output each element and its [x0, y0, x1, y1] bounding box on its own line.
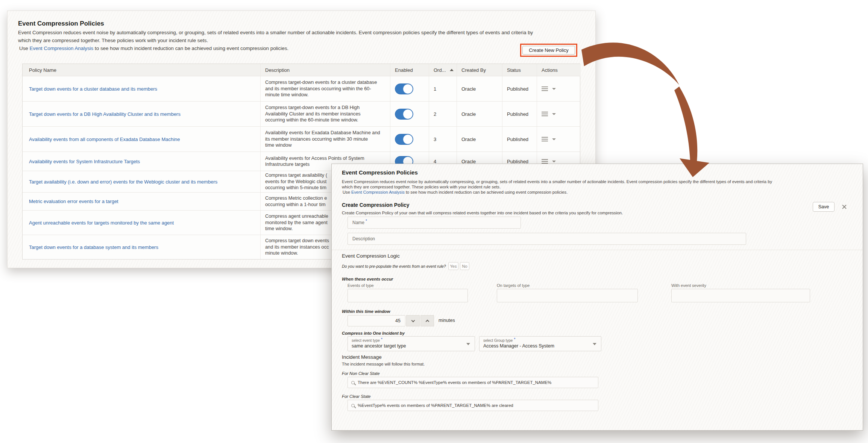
col-description[interactable]: Description: [260, 64, 390, 76]
dialog-description-line1: Event Compression reduces event noise by…: [342, 179, 772, 184]
chevron-down-icon: [552, 161, 556, 162]
col-actions: Actions: [537, 64, 581, 76]
form-title: Create Compression Policy: [342, 202, 409, 208]
event-compression-analysis-link[interactable]: Event Compression Analysis: [30, 46, 94, 51]
time-window-input[interactable]: 45: [348, 315, 405, 326]
order-value: 3: [429, 127, 457, 152]
create-policy-dialog: Event Compression Policies Event Compres…: [331, 164, 863, 431]
enabled-toggle[interactable]: [395, 109, 413, 120]
non-clear-state-label: For Non Clear State: [342, 371, 379, 376]
clear-message-input[interactable]: %EventType% events on members of %PARENT…: [348, 400, 598, 411]
clear-message-value: %EventType% events on members of %PARENT…: [358, 403, 513, 408]
table-row: Availability events from all components …: [23, 126, 580, 152]
time-window-label: Within this time window: [342, 309, 390, 314]
created-by-value: Oracle: [457, 127, 502, 152]
analysis-line: Use Event Compression Analysis to see ho…: [19, 46, 288, 51]
decrement-stepper[interactable]: [406, 315, 420, 326]
on-targets-of-type-input[interactable]: [497, 289, 638, 302]
enabled-toggle[interactable]: [395, 134, 413, 145]
enabled-toggle[interactable]: [395, 83, 413, 94]
incident-message-subtitle: The incident message will follow this fo…: [342, 362, 425, 366]
sort-ascending-icon[interactable]: [450, 69, 454, 71]
close-icon[interactable]: [842, 204, 847, 209]
no-button[interactable]: No: [460, 262, 469, 270]
actions-menu-icon[interactable]: [542, 112, 556, 116]
required-asterisk: *: [514, 337, 515, 341]
incident-message-title: Incident Message: [342, 354, 382, 360]
policy-description: Compress target-down events for a cluste…: [260, 76, 390, 101]
policy-link[interactable]: Metric evaluation error events for a tar…: [29, 199, 118, 204]
use-prefix: Use: [19, 46, 28, 51]
chevron-down-icon: [593, 343, 596, 345]
chevron-down-icon: [466, 343, 470, 345]
form-subtitle: Create Compression Policy of your own th…: [342, 211, 623, 215]
minutes-label: minutes: [439, 318, 455, 323]
policy-link[interactable]: Availability events for System Infrastru…: [29, 159, 140, 164]
non-clear-message-value: There are %EVENT_COUNT% %EventType% even…: [358, 380, 551, 385]
when-events-label: When these events occur: [342, 277, 393, 281]
page-description-line2: which they are compressed together. Thes…: [18, 38, 208, 43]
order-value: 1: [429, 76, 457, 101]
create-new-policy-button[interactable]: Create New Policy: [522, 46, 575, 55]
table-header-row: Policy Name Description Enabled Ord... C…: [23, 64, 580, 76]
clear-state-label: For Clear State: [342, 394, 371, 399]
yes-button[interactable]: Yes: [448, 262, 458, 270]
non-clear-message-input[interactable]: There are %EVENT_COUNT% %EventType% even…: [348, 377, 598, 388]
required-asterisk: *: [381, 337, 382, 341]
with-event-severity-label: With event severity: [671, 283, 706, 288]
on-targets-of-type-label: On targets of type: [497, 283, 530, 288]
table-row: Target down events for a DB High Availab…: [23, 101, 580, 126]
with-event-severity-input[interactable]: [671, 289, 810, 302]
use-suffix: to see how much incident reduction can b…: [95, 46, 288, 51]
chevron-down-icon: [411, 319, 415, 322]
highlight-box: Create New Policy: [520, 44, 577, 57]
page-title: Event Compression Policies: [18, 20, 104, 27]
search-icon: [351, 404, 355, 407]
table-row: Target down events for a cluster databas…: [23, 76, 580, 101]
policy-link[interactable]: Availability events from all components …: [29, 137, 180, 142]
policy-description: Availability events for Exadata Database…: [260, 127, 390, 152]
policy-link[interactable]: Target down events for a DB High Availab…: [29, 111, 181, 117]
page-description-line1: Event Compression reduces event noise by…: [18, 30, 533, 35]
divider: [332, 250, 863, 250]
increment-stepper[interactable]: [420, 315, 434, 326]
chevron-down-icon: [552, 113, 556, 115]
policy-link[interactable]: Agent unreachable events for targets mon…: [29, 220, 174, 226]
col-status[interactable]: Status: [502, 64, 537, 76]
status-value: Published: [502, 76, 537, 101]
actions-menu-icon[interactable]: [542, 137, 556, 141]
created-by-value: Oracle: [457, 102, 502, 126]
policy-link[interactable]: Target availability (i.e. down and error…: [29, 179, 217, 185]
toggle-knob: [403, 84, 413, 94]
toggle-knob: [403, 109, 413, 119]
search-icon: [351, 381, 355, 384]
actions-menu-icon[interactable]: [542, 159, 556, 164]
group-type-select[interactable]: select Group type* Access Manager - Acce…: [479, 336, 601, 351]
event-compression-analysis-link[interactable]: Event Compression Analysis: [351, 190, 405, 194]
chevron-down-icon: [552, 138, 556, 140]
policy-link[interactable]: Target down events for a database system…: [29, 244, 158, 250]
status-value: Published: [502, 102, 537, 126]
col-enabled[interactable]: Enabled: [390, 64, 429, 76]
event-type-value: same ancestor target type: [352, 343, 406, 349]
time-window-value: 45: [395, 318, 401, 323]
col-policy-name[interactable]: Policy Name: [23, 64, 260, 76]
dialog-analysis-line: Use Event Compression Analysis to see ho…: [343, 190, 568, 194]
status-value: Published: [502, 127, 537, 152]
required-asterisk: *: [366, 219, 367, 223]
col-order[interactable]: Ord...: [429, 64, 457, 76]
save-button[interactable]: Save: [813, 202, 835, 212]
chevron-down-icon: [552, 88, 556, 90]
policy-link[interactable]: Target down events for a cluster databas…: [29, 86, 157, 92]
dialog-title: Event Compression Policies: [342, 169, 418, 176]
events-of-type-input[interactable]: [348, 289, 468, 302]
actions-menu-icon[interactable]: [542, 86, 556, 91]
name-input[interactable]: Name*: [348, 217, 521, 229]
order-value: 2: [429, 102, 457, 126]
event-type-select[interactable]: select event type* same ancestor target …: [348, 336, 475, 351]
col-created-by[interactable]: Created By: [457, 64, 502, 76]
created-by-value: Oracle: [457, 76, 502, 101]
logic-section-title: Event Compression Logic: [342, 253, 400, 259]
description-input[interactable]: Description: [348, 233, 746, 245]
events-of-type-label: Events of type: [348, 283, 374, 288]
